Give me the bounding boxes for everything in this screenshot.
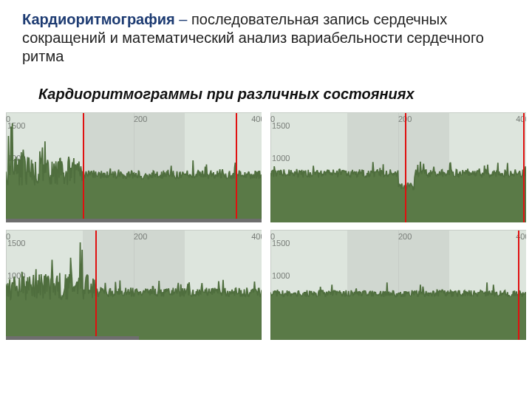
chart-trace [6,231,262,340]
chart-panel-3: 020040010001500 [6,230,262,340]
chart-marker [405,113,406,222]
chart-marker [523,113,525,222]
chart-panel-1: 020040010001500 [6,112,262,222]
chart-marker [518,231,519,340]
chart-marker [83,113,84,222]
chart-row-1: 020040010001500 020040010001500 [0,112,532,230]
chart-trace [270,231,526,340]
chart-trace [6,113,262,222]
chart-footer-bar [6,219,262,222]
chart-trace [270,113,526,222]
chart-panel-4: 020040010001500 [270,230,526,340]
chart-row-2: 020040010001500 020040010001500 [0,230,532,347]
title-term: Кардиоритмография [22,11,175,27]
chart-marker [236,113,237,222]
chart-panel-2: 020040010001500 [270,112,526,222]
title-separator: – [175,11,191,27]
chart-marker [95,231,97,340]
slide-subtitle: Кардиоритмограммы при различных состояни… [0,66,532,112]
charts-grid: 020040010001500 020040010001500 02004001… [0,112,532,347]
chart-footer-bar [6,336,139,340]
slide-title: Кардиоритмография – последовательная зап… [0,0,532,66]
